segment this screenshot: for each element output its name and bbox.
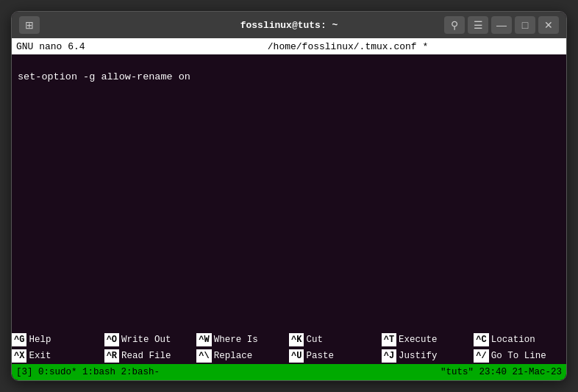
shortcut-key-replace: ^\ (196, 349, 211, 363)
shortcut-key-exit: ^X (12, 349, 26, 363)
shortcut-label-exit: Exit (26, 351, 51, 361)
titlebar-controls: ⚲ ☰ — □ ✕ (444, 16, 559, 34)
close-button[interactable]: ✕ (538, 16, 559, 34)
nano-editor: GNU nano 6.4 /home/fosslinux/.tmux.conf … (12, 38, 566, 380)
nano-content[interactable]: set-option -g allow-rename on (12, 54, 566, 332)
terminal-window: ⊞ fosslinux@tuts: ~ ⚲ ☰ — □ ✕ GNU nan (11, 11, 567, 381)
shortcut-key-read-file: ^R (104, 349, 119, 363)
menu-button[interactable]: ☰ (468, 16, 488, 34)
shortcut-write-out: ^O Write Out (104, 332, 197, 348)
shortcut-row-2: ^X Exit ^R Read File ^\ Replace ^U Paste… (12, 348, 566, 364)
shortcut-replace: ^\ Replace (196, 348, 289, 364)
shortcut-label-write-out: Write Out (119, 335, 171, 345)
shortcut-key-location: ^C (474, 333, 488, 346)
close-icon: ✕ (544, 19, 553, 31)
shortcut-location: ^C Location (474, 332, 566, 348)
shortcut-help: ^G Help (12, 332, 104, 348)
shortcut-label-location: Location (489, 335, 535, 345)
shortcut-label-help: Help (26, 335, 51, 345)
shortcut-label-read-file: Read File (119, 351, 171, 361)
maximize-button[interactable]: □ (515, 16, 535, 34)
nano-version: GNU nano 6.4 (16, 41, 134, 52)
shortcut-label-go-to-line: Go To Line (489, 351, 546, 361)
shortcut-key-cut: ^K (289, 333, 304, 346)
titlebar: ⊞ fosslinux@tuts: ~ ⚲ ☰ — □ ✕ (12, 12, 566, 38)
shortcut-paste: ^U Paste (289, 348, 382, 364)
shortcut-label-execute: Execute (396, 335, 438, 345)
shortcut-where-is: ^W Where Is (196, 332, 289, 348)
shortcut-label-justify: Justify (396, 351, 438, 361)
shortcut-label-where-is: Where Is (212, 335, 258, 345)
shortcut-key-go-to-line: ^/ (474, 349, 488, 363)
shortcut-key-justify: ^J (382, 349, 396, 363)
search-icon: ⚲ (451, 19, 458, 31)
shortcut-key-write-out: ^O (104, 333, 119, 346)
tmux-info: "tuts" 23:40 21-Mac-23 (440, 367, 562, 377)
pin-button[interactable]: ⊞ (19, 16, 40, 34)
titlebar-left: ⊞ (19, 16, 40, 34)
content-line: set-option -g allow-rename on (18, 71, 190, 82)
minimize-icon: — (496, 19, 507, 31)
shortcut-exit: ^X Exit (12, 348, 104, 364)
search-button[interactable]: ⚲ (444, 16, 465, 34)
window-title: fosslinux@tuts: ~ (240, 20, 338, 31)
maximize-icon: □ (522, 19, 528, 31)
nano-topbar: GNU nano 6.4 /home/fosslinux/.tmux.conf … (12, 38, 566, 54)
shortcut-key-help: ^G (12, 333, 26, 346)
nano-shortcuts: ^G Help ^O Write Out ^W Where Is ^K Cut … (12, 332, 566, 364)
shortcut-execute: ^T Execute (382, 332, 474, 348)
shortcut-row-1: ^G Help ^O Write Out ^W Where Is ^K Cut … (12, 332, 566, 348)
shortcut-label-replace: Replace (212, 351, 253, 361)
menu-icon: ☰ (474, 19, 483, 31)
pin-icon: ⊞ (25, 19, 34, 31)
shortcut-label-paste: Paste (304, 351, 334, 361)
nano-filename: /home/fosslinux/.tmux.conf * (134, 41, 562, 52)
tmux-statusbar: [3] 0:sudo* 1:bash 2:bash- "tuts" 23:40 … (12, 364, 566, 380)
tmux-tabs: [3] 0:sudo* 1:bash 2:bash- (16, 367, 440, 377)
shortcut-justify: ^J Justify (382, 348, 474, 364)
minimize-button[interactable]: — (491, 16, 512, 34)
shortcut-key-execute: ^T (382, 333, 396, 346)
shortcut-label-cut: Cut (304, 335, 323, 345)
shortcut-go-to-line: ^/ Go To Line (474, 348, 566, 364)
shortcut-cut: ^K Cut (289, 332, 382, 348)
shortcut-key-paste: ^U (289, 349, 304, 363)
shortcut-key-where-is: ^W (196, 333, 211, 346)
shortcut-read-file: ^R Read File (104, 348, 197, 364)
